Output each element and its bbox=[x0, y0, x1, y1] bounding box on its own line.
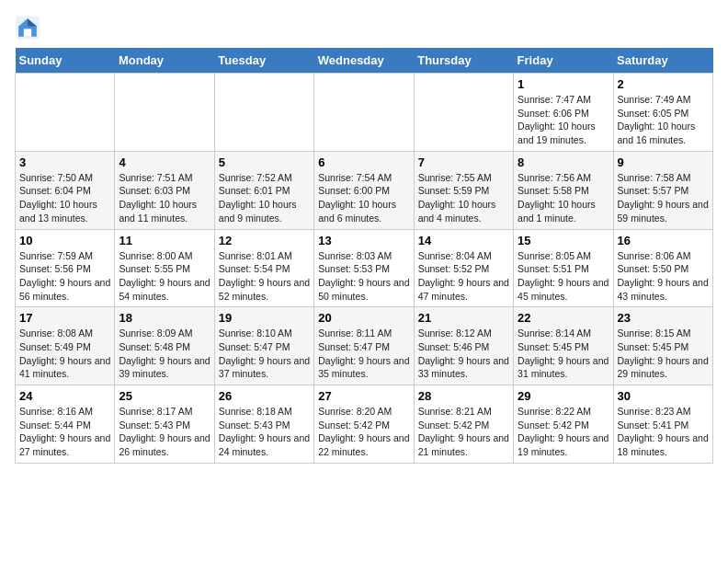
calendar-cell: 14Sunrise: 8:04 AM Sunset: 5:52 PM Dayli… bbox=[414, 229, 513, 307]
day-number: 19 bbox=[219, 311, 310, 325]
day-number: 25 bbox=[119, 389, 210, 403]
calendar-cell: 28Sunrise: 8:21 AM Sunset: 5:42 PM Dayli… bbox=[414, 385, 513, 464]
calendar-cell: 10Sunrise: 7:59 AM Sunset: 5:56 PM Dayli… bbox=[16, 229, 115, 307]
day-info: Sunrise: 8:16 AM Sunset: 5:44 PM Dayligh… bbox=[19, 405, 110, 459]
day-info: Sunrise: 7:49 AM Sunset: 6:05 PM Dayligh… bbox=[618, 93, 709, 147]
day-info: Sunrise: 8:03 AM Sunset: 5:53 PM Dayligh… bbox=[318, 249, 409, 304]
day-info: Sunrise: 8:06 AM Sunset: 5:50 PM Dayligh… bbox=[618, 249, 709, 304]
day-number: 7 bbox=[418, 155, 509, 169]
calendar-cell bbox=[16, 74, 115, 152]
calendar-cell bbox=[314, 74, 414, 152]
calendar-cell: 30Sunrise: 8:23 AM Sunset: 5:41 PM Dayli… bbox=[613, 385, 712, 464]
calendar-cell: 2Sunrise: 7:49 AM Sunset: 6:05 PM Daylig… bbox=[613, 74, 712, 152]
calendar-cell: 16Sunrise: 8:06 AM Sunset: 5:50 PM Dayli… bbox=[613, 229, 712, 307]
day-number: 15 bbox=[518, 234, 609, 247]
day-number: 4 bbox=[119, 155, 210, 169]
calendar-cell: 4Sunrise: 7:51 AM Sunset: 6:03 PM Daylig… bbox=[115, 151, 214, 229]
calendar-week-row: 10Sunrise: 7:59 AM Sunset: 5:56 PM Dayli… bbox=[16, 229, 713, 307]
day-number: 16 bbox=[618, 234, 709, 247]
calendar-cell: 6Sunrise: 7:54 AM Sunset: 6:00 PM Daylig… bbox=[314, 151, 414, 229]
day-info: Sunrise: 8:23 AM Sunset: 5:41 PM Dayligh… bbox=[618, 405, 709, 459]
day-number: 6 bbox=[318, 155, 409, 169]
calendar-header-thursday: Thursday bbox=[414, 48, 513, 74]
calendar-header-row: SundayMondayTuesdayWednesdayThursdayFrid… bbox=[16, 48, 713, 74]
calendar-cell: 11Sunrise: 8:00 AM Sunset: 5:55 PM Dayli… bbox=[115, 229, 214, 307]
day-number: 24 bbox=[19, 389, 110, 403]
calendar-cell: 23Sunrise: 8:15 AM Sunset: 5:45 PM Dayli… bbox=[613, 307, 712, 385]
calendar-header-tuesday: Tuesday bbox=[214, 48, 313, 74]
day-info: Sunrise: 8:17 AM Sunset: 5:43 PM Dayligh… bbox=[119, 405, 210, 459]
day-info: Sunrise: 8:12 AM Sunset: 5:46 PM Dayligh… bbox=[418, 327, 509, 381]
calendar-header-wednesday: Wednesday bbox=[314, 48, 414, 74]
day-info: Sunrise: 8:04 AM Sunset: 5:52 PM Dayligh… bbox=[418, 249, 509, 304]
day-info: Sunrise: 7:56 AM Sunset: 5:58 PM Dayligh… bbox=[518, 171, 609, 225]
calendar: SundayMondayTuesdayWednesdayThursdayFrid… bbox=[15, 48, 713, 464]
day-number: 26 bbox=[219, 389, 310, 403]
day-number: 11 bbox=[119, 234, 210, 247]
calendar-cell: 26Sunrise: 8:18 AM Sunset: 5:43 PM Dayli… bbox=[214, 385, 313, 464]
day-info: Sunrise: 8:00 AM Sunset: 5:55 PM Dayligh… bbox=[119, 249, 210, 304]
day-info: Sunrise: 7:54 AM Sunset: 6:00 PM Dayligh… bbox=[318, 171, 409, 225]
day-number: 22 bbox=[518, 311, 609, 325]
day-number: 28 bbox=[418, 389, 509, 403]
calendar-cell: 25Sunrise: 8:17 AM Sunset: 5:43 PM Dayli… bbox=[115, 385, 214, 464]
day-number: 21 bbox=[418, 311, 509, 325]
day-info: Sunrise: 7:59 AM Sunset: 5:56 PM Dayligh… bbox=[19, 249, 110, 304]
calendar-header-friday: Friday bbox=[514, 48, 613, 74]
svg-rect-3 bbox=[24, 29, 31, 36]
day-info: Sunrise: 8:18 AM Sunset: 5:43 PM Dayligh… bbox=[219, 405, 310, 459]
day-number: 2 bbox=[618, 77, 709, 91]
day-info: Sunrise: 7:47 AM Sunset: 6:06 PM Dayligh… bbox=[518, 93, 609, 147]
calendar-cell bbox=[414, 74, 513, 152]
day-info: Sunrise: 7:55 AM Sunset: 5:59 PM Dayligh… bbox=[418, 171, 509, 225]
logo-icon bbox=[15, 15, 40, 40]
day-number: 18 bbox=[119, 311, 210, 325]
day-number: 8 bbox=[518, 155, 609, 169]
calendar-cell: 19Sunrise: 8:10 AM Sunset: 5:47 PM Dayli… bbox=[214, 307, 313, 385]
day-number: 27 bbox=[318, 389, 409, 403]
day-number: 30 bbox=[618, 389, 709, 403]
calendar-cell: 17Sunrise: 8:08 AM Sunset: 5:49 PM Dayli… bbox=[16, 307, 115, 385]
calendar-cell: 22Sunrise: 8:14 AM Sunset: 5:45 PM Dayli… bbox=[514, 307, 613, 385]
calendar-header-saturday: Saturday bbox=[613, 48, 712, 74]
calendar-cell: 24Sunrise: 8:16 AM Sunset: 5:44 PM Dayli… bbox=[16, 385, 115, 464]
calendar-cell: 21Sunrise: 8:12 AM Sunset: 5:46 PM Dayli… bbox=[414, 307, 513, 385]
calendar-cell: 15Sunrise: 8:05 AM Sunset: 5:51 PM Dayli… bbox=[514, 229, 613, 307]
calendar-cell: 29Sunrise: 8:22 AM Sunset: 5:42 PM Dayli… bbox=[514, 385, 613, 464]
page-header bbox=[15, 15, 713, 40]
calendar-header-monday: Monday bbox=[115, 48, 214, 74]
calendar-cell: 20Sunrise: 8:11 AM Sunset: 5:47 PM Dayli… bbox=[314, 307, 414, 385]
calendar-cell: 9Sunrise: 7:58 AM Sunset: 5:57 PM Daylig… bbox=[613, 151, 712, 229]
calendar-week-row: 24Sunrise: 8:16 AM Sunset: 5:44 PM Dayli… bbox=[16, 385, 713, 464]
calendar-cell: 7Sunrise: 7:55 AM Sunset: 5:59 PM Daylig… bbox=[414, 151, 513, 229]
day-info: Sunrise: 8:08 AM Sunset: 5:49 PM Dayligh… bbox=[19, 327, 110, 381]
calendar-cell: 18Sunrise: 8:09 AM Sunset: 5:48 PM Dayli… bbox=[115, 307, 214, 385]
day-info: Sunrise: 8:11 AM Sunset: 5:47 PM Dayligh… bbox=[318, 327, 409, 381]
day-info: Sunrise: 7:51 AM Sunset: 6:03 PM Dayligh… bbox=[119, 171, 210, 225]
day-info: Sunrise: 8:09 AM Sunset: 5:48 PM Dayligh… bbox=[119, 327, 210, 381]
day-number: 5 bbox=[219, 155, 310, 169]
day-info: Sunrise: 8:20 AM Sunset: 5:42 PM Dayligh… bbox=[318, 405, 409, 459]
calendar-week-row: 1Sunrise: 7:47 AM Sunset: 6:06 PM Daylig… bbox=[16, 74, 713, 152]
day-number: 20 bbox=[318, 311, 409, 325]
day-info: Sunrise: 8:15 AM Sunset: 5:45 PM Dayligh… bbox=[618, 327, 709, 381]
calendar-week-row: 3Sunrise: 7:50 AM Sunset: 6:04 PM Daylig… bbox=[16, 151, 713, 229]
day-number: 14 bbox=[418, 234, 509, 247]
calendar-cell bbox=[214, 74, 313, 152]
day-info: Sunrise: 8:21 AM Sunset: 5:42 PM Dayligh… bbox=[418, 405, 509, 459]
day-number: 9 bbox=[618, 155, 709, 169]
day-number: 17 bbox=[19, 311, 110, 325]
day-number: 3 bbox=[19, 155, 110, 169]
calendar-cell: 3Sunrise: 7:50 AM Sunset: 6:04 PM Daylig… bbox=[16, 151, 115, 229]
calendar-cell: 13Sunrise: 8:03 AM Sunset: 5:53 PM Dayli… bbox=[314, 229, 414, 307]
calendar-cell: 8Sunrise: 7:56 AM Sunset: 5:58 PM Daylig… bbox=[514, 151, 613, 229]
day-info: Sunrise: 8:10 AM Sunset: 5:47 PM Dayligh… bbox=[219, 327, 310, 381]
day-number: 10 bbox=[19, 234, 110, 247]
day-info: Sunrise: 7:58 AM Sunset: 5:57 PM Dayligh… bbox=[618, 171, 709, 225]
day-number: 29 bbox=[518, 389, 609, 403]
day-info: Sunrise: 8:01 AM Sunset: 5:54 PM Dayligh… bbox=[219, 249, 310, 304]
day-number: 13 bbox=[318, 234, 409, 247]
calendar-cell: 5Sunrise: 7:52 AM Sunset: 6:01 PM Daylig… bbox=[214, 151, 313, 229]
calendar-week-row: 17Sunrise: 8:08 AM Sunset: 5:49 PM Dayli… bbox=[16, 307, 713, 385]
day-info: Sunrise: 7:52 AM Sunset: 6:01 PM Dayligh… bbox=[219, 171, 310, 225]
